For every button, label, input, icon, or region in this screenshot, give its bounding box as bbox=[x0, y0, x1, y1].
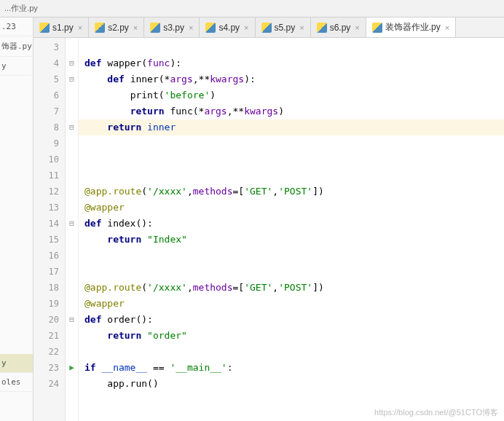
line-number[interactable]: 22 bbox=[34, 344, 65, 360]
fold-spacer bbox=[66, 184, 78, 200]
line-number[interactable]: 15 bbox=[34, 232, 65, 248]
python-file-icon bbox=[317, 23, 327, 33]
python-file-icon bbox=[39, 23, 50, 33]
project-sidebar: .23 饰器.py y y oles bbox=[0, 17, 34, 421]
watermark: https://blog.csdn.net/@51CTO博客 bbox=[374, 407, 498, 418]
tab-label: s3.py bbox=[163, 23, 184, 33]
line-number[interactable]: 6 bbox=[34, 87, 65, 103]
fold-toggle-icon[interactable]: ⊟ bbox=[66, 55, 78, 71]
code-line[interactable]: @app.route('/xxxx',methods=['GET','POST'… bbox=[79, 280, 504, 296]
code-line[interactable]: def index(): bbox=[79, 216, 504, 232]
close-icon[interactable]: × bbox=[445, 23, 449, 32]
sidebar-file-item[interactable]: y bbox=[0, 57, 33, 76]
line-number[interactable]: 12 bbox=[34, 184, 65, 200]
code-line[interactable] bbox=[79, 39, 504, 55]
python-file-icon bbox=[372, 23, 382, 33]
fold-spacer bbox=[66, 280, 78, 296]
close-icon[interactable]: × bbox=[189, 23, 193, 32]
line-number[interactable]: 9 bbox=[34, 135, 65, 152]
code-line[interactable] bbox=[79, 264, 504, 280]
tab-label: s4.py bbox=[218, 23, 240, 33]
fold-spacer bbox=[66, 87, 78, 103]
code-line[interactable] bbox=[79, 248, 504, 264]
line-number[interactable]: 13 bbox=[34, 200, 65, 216]
editor-tab[interactable]: s5.py× bbox=[256, 17, 311, 37]
line-number[interactable]: 17 bbox=[34, 264, 65, 280]
code-line[interactable] bbox=[79, 344, 504, 360]
code-line[interactable]: return "Index" bbox=[79, 232, 504, 248]
code-line[interactable] bbox=[79, 168, 504, 184]
run-marker-icon[interactable]: ▶ bbox=[66, 360, 78, 376]
sidebar-file-item[interactable]: y bbox=[0, 354, 33, 373]
tab-label: s1.py bbox=[52, 23, 74, 33]
python-file-icon bbox=[150, 23, 160, 33]
line-number[interactable]: 11 bbox=[34, 168, 65, 184]
code-line[interactable]: print('before') bbox=[79, 87, 504, 103]
code-line[interactable]: return inner bbox=[79, 119, 504, 135]
python-file-icon bbox=[205, 23, 216, 33]
line-number[interactable]: 4 bbox=[34, 55, 65, 71]
editor-tab[interactable]: s6.py× bbox=[311, 17, 366, 37]
fold-spacer bbox=[66, 344, 78, 360]
line-number[interactable]: 8 bbox=[34, 119, 65, 135]
side-label: .23 bbox=[0, 17, 33, 36]
line-number[interactable]: 3 bbox=[34, 39, 65, 55]
fold-column[interactable]: ⊟⊟⊟⊟⊟▶ bbox=[66, 38, 79, 421]
line-number[interactable]: 5 bbox=[34, 71, 65, 87]
editor-tabs: s1.py×s2.py×s3.py×s4.py×s5.py×s6.py×装饰器作… bbox=[34, 17, 504, 38]
close-icon[interactable]: × bbox=[244, 23, 248, 32]
fold-spacer bbox=[66, 103, 78, 119]
line-number[interactable]: 20 bbox=[34, 312, 65, 328]
editor-area: s1.py×s2.py×s3.py×s4.py×s5.py×s6.py×装饰器作… bbox=[34, 17, 504, 421]
code-line[interactable]: if __name__ == '__main__': bbox=[79, 360, 504, 376]
code-line[interactable]: @wapper bbox=[79, 200, 504, 216]
sidebar-file-item[interactable]: oles bbox=[0, 373, 33, 392]
line-number[interactable]: 10 bbox=[34, 152, 65, 168]
close-icon[interactable]: × bbox=[355, 23, 359, 32]
code-line[interactable]: @app.route('/xxxx',methods=['GET','POST'… bbox=[79, 184, 504, 200]
line-number[interactable]: 19 bbox=[34, 296, 65, 312]
close-icon[interactable]: × bbox=[78, 23, 82, 32]
line-number[interactable]: 14 bbox=[34, 216, 65, 232]
code-line[interactable]: def inner(*args,**kwargs): bbox=[79, 71, 504, 87]
line-number[interactable]: 23 bbox=[34, 360, 65, 376]
code-editor[interactable]: 3456789101112131415161718192021222324 ⊟⊟… bbox=[34, 38, 504, 421]
code-line[interactable] bbox=[79, 135, 504, 152]
fold-spacer bbox=[66, 376, 78, 392]
fold-toggle-icon[interactable]: ⊟ bbox=[66, 216, 78, 232]
editor-tab[interactable]: 装饰器作业.py× bbox=[366, 17, 456, 37]
fold-toggle-icon[interactable]: ⊟ bbox=[66, 312, 78, 328]
breadcrumb: ...作业.py bbox=[0, 3, 38, 14]
close-icon[interactable]: × bbox=[299, 23, 304, 32]
fold-spacer bbox=[66, 135, 78, 152]
fold-spacer bbox=[66, 200, 78, 216]
code-line[interactable]: app.run() bbox=[79, 376, 504, 392]
fold-toggle-icon[interactable]: ⊟ bbox=[66, 119, 78, 135]
tab-label: 装饰器作业.py bbox=[385, 21, 441, 34]
line-number[interactable]: 21 bbox=[34, 328, 65, 344]
code-line[interactable]: return "order" bbox=[79, 328, 504, 344]
sidebar-file-item[interactable]: 饰器.py bbox=[0, 36, 33, 57]
tab-label: s5.py bbox=[275, 23, 296, 33]
tab-label: s6.py bbox=[330, 23, 351, 33]
fold-spacer bbox=[66, 248, 78, 264]
line-gutter: 3456789101112131415161718192021222324 bbox=[34, 38, 66, 421]
editor-tab[interactable]: s2.py× bbox=[89, 17, 144, 37]
editor-tab[interactable]: s4.py× bbox=[200, 17, 255, 37]
code-line[interactable]: return func(*args,**kwargs) bbox=[79, 103, 504, 119]
code-line[interactable]: def order(): bbox=[79, 312, 504, 328]
line-number[interactable]: 18 bbox=[34, 280, 65, 296]
fold-spacer bbox=[66, 296, 78, 312]
editor-tab[interactable]: s1.py× bbox=[34, 17, 89, 37]
code-line[interactable] bbox=[79, 152, 504, 168]
code-line[interactable]: @wapper bbox=[79, 296, 504, 312]
code-line[interactable]: def wapper(func): bbox=[79, 55, 504, 71]
fold-toggle-icon[interactable]: ⊟ bbox=[66, 71, 78, 87]
code-content[interactable]: def wapper(func): def inner(*args,**kwar… bbox=[79, 38, 504, 421]
editor-tab[interactable]: s3.py× bbox=[144, 17, 200, 37]
line-number[interactable]: 16 bbox=[34, 248, 65, 264]
python-file-icon bbox=[95, 23, 105, 33]
close-icon[interactable]: × bbox=[133, 23, 138, 32]
line-number[interactable]: 7 bbox=[34, 103, 65, 119]
line-number[interactable]: 24 bbox=[34, 376, 65, 392]
